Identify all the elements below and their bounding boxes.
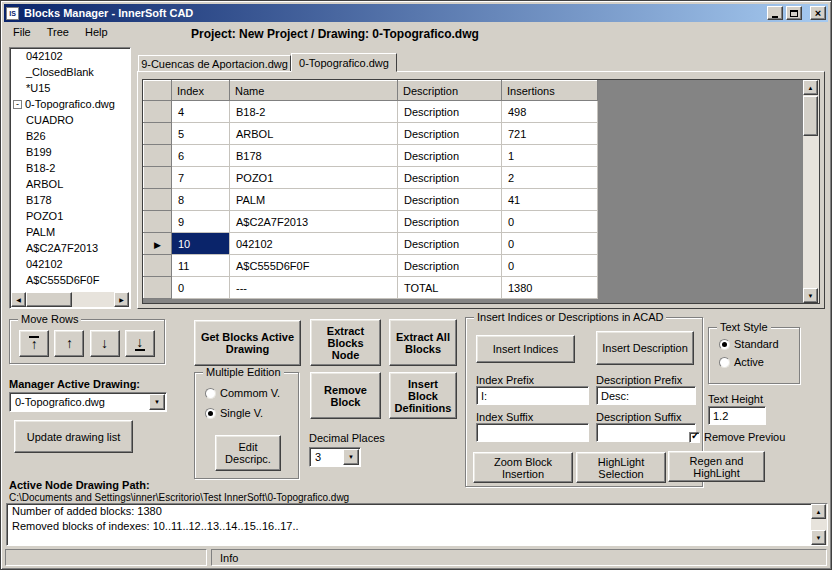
column-header-index[interactable]: Index [172,81,230,101]
table-row-total[interactable]: 0 --- TOTAL 1380 [144,277,598,299]
table-row[interactable]: 9 A$C2A7F2013 Description 0 [144,211,598,233]
insert-block-definitions-button[interactable]: Insert Block Definitions [389,372,457,419]
row-selector[interactable] [144,255,172,277]
tab-9-cuencas[interactable]: 9-Cuencas de Aportacion.dwg [138,55,291,71]
menu-file[interactable]: File [5,23,39,43]
cell-description[interactable]: Description [398,101,502,123]
index-suffix-input[interactable] [476,423,589,442]
move-row-down-button[interactable]: ↓ [90,330,120,357]
move-row-bottom-button[interactable]: ↓ [125,330,155,357]
tree-item[interactable]: B199 [10,144,130,160]
tree-item[interactable]: A$C555D6F0F [10,272,130,288]
row-selector[interactable] [144,167,172,189]
close-button[interactable]: × [810,6,826,20]
cell-description[interactable]: Description [398,211,502,233]
tree-item[interactable]: B178 [10,192,130,208]
cell-insertions[interactable]: 41 [502,189,598,211]
row-selector[interactable] [144,145,172,167]
extract-blocks-node-button[interactable]: Extract Blocks Node [310,319,381,366]
scroll-left-icon[interactable]: ◀ [11,292,26,307]
cell-insertions[interactable]: 721 [502,123,598,145]
table-row[interactable]: 5 ARBOL Description 721 [144,123,598,145]
cell-insertions[interactable]: 498 [502,101,598,123]
chevron-down-icon[interactable]: ▼ [343,449,359,465]
cell-index-selected[interactable]: 10 [172,233,230,255]
column-header-name[interactable]: Name [230,81,398,101]
tree-item[interactable]: _ClosedBlank [10,64,130,80]
scroll-down-icon[interactable]: ▼ [811,530,826,545]
common-v-radio[interactable]: Commom V. [205,387,280,399]
cell-insertions[interactable]: 0 [502,211,598,233]
zoom-block-insertion-button[interactable]: Zoom Block Insertion [473,452,573,483]
scroll-up-icon[interactable]: ▲ [803,80,818,95]
cell-description[interactable]: Description [398,167,502,189]
cell-insertions[interactable]: 1380 [502,277,598,299]
manager-drawing-combobox[interactable]: 0-Topografico.dwg ▼ [9,392,167,412]
row-selector[interactable] [144,123,172,145]
row-selector-current[interactable]: ▶ [144,233,172,255]
cell-name[interactable]: A$C2A7F2013 [230,211,398,233]
cell-index[interactable]: 0 [172,277,230,299]
tree-item[interactable]: B18-2 [10,160,130,176]
tree-horizontal-scrollbar[interactable]: ◀ ▶ [11,292,129,307]
insert-indices-button[interactable]: Insert Indices [476,335,575,363]
scroll-up-icon[interactable]: ▲ [811,504,826,519]
standard-radio[interactable]: Standard [719,338,779,350]
maximize-button[interactable] [786,6,802,20]
extract-all-blocks-button[interactable]: Extract All Blocks [389,319,457,366]
menu-help[interactable]: Help [77,23,116,43]
cell-insertions[interactable]: 1 [502,145,598,167]
tree-item[interactable]: 042102 [10,48,130,64]
cell-description[interactable]: Description [398,123,502,145]
cell-name[interactable]: A$C555D6F0F [230,255,398,277]
cell-name[interactable]: PALM [230,189,398,211]
tree-item[interactable]: CUADRO [10,112,130,128]
cell-index[interactable]: 11 [172,255,230,277]
cell-insertions[interactable]: 2 [502,167,598,189]
cell-insertions[interactable]: 0 [502,233,598,255]
cell-description[interactable]: Description [398,145,502,167]
minimize-button[interactable] [767,6,783,20]
tree-item[interactable]: POZO1 [10,208,130,224]
remove-block-button[interactable]: Remove Block [310,372,381,419]
column-header-description[interactable]: Description [398,81,502,101]
cell-index[interactable]: 9 [172,211,230,233]
cell-name[interactable]: POZO1 [230,167,398,189]
log-scrollbar[interactable]: ▲ ▼ [811,504,827,545]
scroll-down-icon[interactable]: ▼ [803,288,818,303]
tree-collapse-icon[interactable]: - [13,100,22,109]
log-output[interactable]: Number of added blocks: 1380 Removed blo… [6,503,828,546]
edit-descripc-button[interactable]: Edit Descripc. [215,435,281,471]
tree-item[interactable]: B26 [10,128,130,144]
cell-insertions[interactable]: 0 [502,255,598,277]
cell-name[interactable]: B178 [230,145,398,167]
cell-description[interactable]: Description [398,233,502,255]
cell-index[interactable]: 4 [172,101,230,123]
regen-and-highlight-button[interactable]: Regen and HighLight [668,451,765,482]
remove-previous-checkbox[interactable]: Remove Previou [689,431,785,443]
scroll-right-icon[interactable]: ▶ [114,292,129,307]
table-row[interactable]: 11 A$C555D6F0F Description 0 [144,255,598,277]
scrollbar-thumb[interactable] [803,96,818,136]
get-blocks-active-drawing-button[interactable]: Get Blocks Active Drawing [194,320,301,366]
tree-item[interactable]: PALM [10,224,130,240]
single-v-radio[interactable]: Single V. [205,407,263,419]
cell-description[interactable]: Description [398,189,502,211]
cell-name[interactable]: 042102 [230,233,398,255]
text-height-input[interactable] [708,406,766,425]
row-selector[interactable] [144,101,172,123]
tree-item-drawing-node[interactable]: -0-Topografico.dwg [10,96,130,112]
menu-tree[interactable]: Tree [39,23,77,43]
index-prefix-input[interactable] [476,386,589,405]
update-drawing-list-button[interactable]: Update drawing list [14,420,133,453]
column-header-insertions[interactable]: Insertions [502,81,598,101]
cell-name[interactable]: B18-2 [230,101,398,123]
table-row[interactable]: 4 B18-2 Description 498 [144,101,598,123]
cell-index[interactable]: 5 [172,123,230,145]
tree-item[interactable]: ARBOL [10,176,130,192]
row-selector[interactable] [144,277,172,299]
table-row[interactable]: 7 POZO1 Description 2 [144,167,598,189]
cell-name[interactable]: ARBOL [230,123,398,145]
highlight-selection-button[interactable]: HighLight Selection [576,452,666,483]
move-row-top-button[interactable]: ↑ [19,330,49,357]
